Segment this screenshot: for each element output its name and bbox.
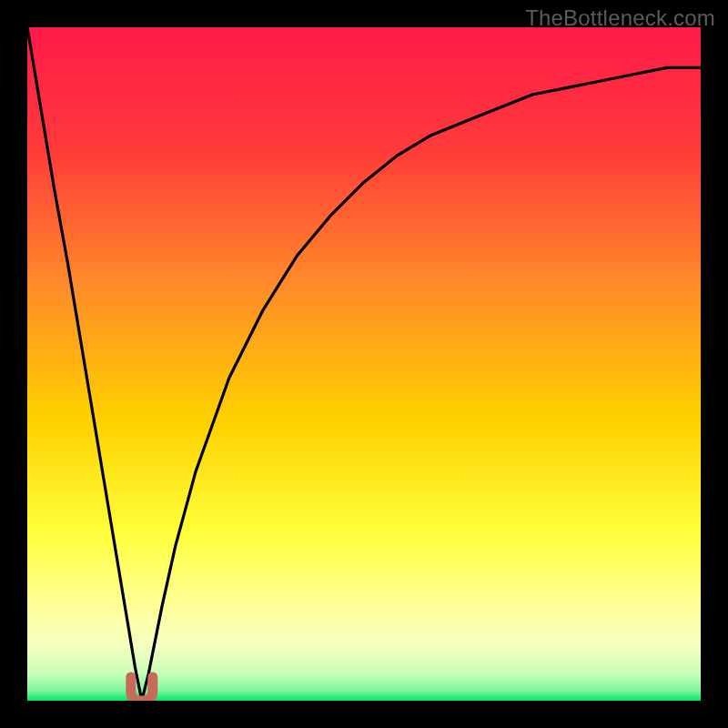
plot-area [27,27,701,701]
watermark-text: TheBottleneck.com [525,5,715,31]
optimal-point-marker [27,27,701,701]
chart-frame: TheBottleneck.com [0,0,728,728]
